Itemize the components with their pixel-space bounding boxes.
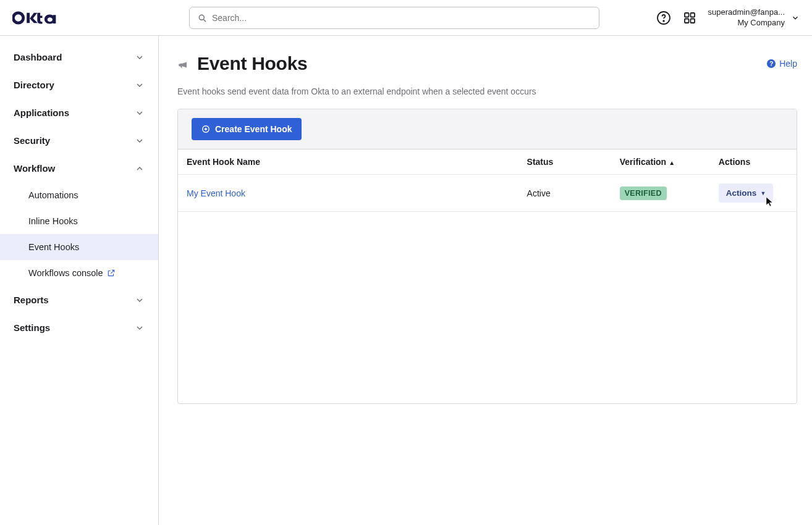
chevron-down-icon: [135, 108, 145, 118]
svg-line-2: [204, 19, 206, 21]
sidebar-item-reports[interactable]: Reports: [0, 286, 158, 314]
sidebar-item-directory[interactable]: Directory: [0, 71, 158, 99]
table-row: My Event Hook Active VERIFIED Actions ▼: [178, 175, 797, 212]
help-badge-icon: ?: [767, 59, 776, 68]
sidebar-label: Dashboard: [14, 52, 62, 62]
sidebar-label: Security: [14, 135, 50, 146]
help-link[interactable]: ? Help: [767, 59, 797, 69]
svg-point-4: [663, 20, 664, 22]
create-event-hook-button[interactable]: Create Event Hook: [192, 118, 302, 140]
panel-spacer: [178, 212, 797, 403]
svg-point-1: [199, 15, 204, 20]
global-search[interactable]: [189, 7, 599, 29]
chevron-down-icon: [135, 295, 145, 305]
col-name[interactable]: Event Hook Name: [178, 149, 518, 175]
app-header: superadmin@fanpa... My Company: [0, 0, 812, 36]
sidebar-sub-label: Automations: [28, 190, 78, 200]
megaphone-icon: [177, 59, 188, 70]
chevron-down-icon: [135, 80, 145, 90]
panel-toolbar: Create Event Hook: [178, 109, 797, 149]
col-verification[interactable]: Verification▲: [611, 149, 710, 175]
sidebar-label: Reports: [14, 295, 49, 305]
page-description: Event hooks send event data from Okta to…: [177, 86, 797, 96]
sidebar-item-workflow[interactable]: Workflow: [0, 154, 158, 182]
sidebar-item-dashboard[interactable]: Dashboard: [0, 43, 158, 71]
svg-point-0: [13, 12, 23, 22]
actions-button-label: Actions: [726, 188, 757, 198]
chevron-down-icon: [135, 323, 145, 333]
sidebar-sub-inline-hooks[interactable]: Inline Hooks: [0, 208, 158, 234]
event-hook-link[interactable]: My Event Hook: [187, 188, 245, 198]
chevron-up-icon: [135, 164, 145, 174]
sidebar-label: Directory: [14, 80, 54, 90]
external-link-icon: [107, 269, 116, 277]
event-hooks-panel: Create Event Hook Event Hook Name Status…: [177, 109, 797, 404]
col-name-label: Event Hook Name: [187, 157, 260, 167]
search-input[interactable]: [212, 13, 591, 23]
sidebar-label: Settings: [14, 322, 50, 333]
sidebar-nav: Dashboard Directory Applications Securit…: [0, 36, 159, 525]
row-actions-button[interactable]: Actions ▼: [719, 183, 773, 203]
sidebar-sub-workflows-console[interactable]: Workflows console: [0, 260, 158, 286]
okta-logo[interactable]: [12, 9, 63, 27]
user-email: superadmin@fanpa...: [708, 7, 785, 17]
chevron-down-icon: [791, 14, 800, 22]
sidebar-label: Workflow: [14, 163, 55, 174]
sort-asc-icon: ▲: [669, 159, 675, 166]
sidebar-item-settings[interactable]: Settings: [0, 314, 158, 342]
main-content: Event Hooks ? Help Event hooks send even…: [159, 36, 812, 525]
svg-rect-7: [685, 19, 689, 23]
svg-rect-6: [690, 13, 695, 17]
chevron-down-icon: [135, 52, 145, 62]
caret-down-icon: ▼: [760, 190, 766, 196]
svg-rect-5: [685, 13, 689, 17]
col-status[interactable]: Status: [518, 149, 611, 175]
sidebar-sub-label: Workflows console: [28, 268, 103, 278]
svg-rect-8: [690, 19, 695, 23]
sidebar-item-security[interactable]: Security: [0, 127, 158, 154]
sidebar-sub-label: Inline Hooks: [28, 216, 78, 226]
col-actions-label: Actions: [719, 157, 750, 167]
status-text: Active: [527, 188, 551, 198]
plus-circle-icon: [201, 125, 210, 133]
col-status-label: Status: [527, 157, 554, 167]
sidebar-sub-label: Event Hooks: [28, 242, 79, 252]
event-hooks-table: Event Hook Name Status Verification▲ Act…: [178, 149, 797, 212]
sidebar-sub-automations[interactable]: Automations: [0, 182, 158, 208]
search-icon: [197, 13, 207, 23]
sidebar-item-applications[interactable]: Applications: [0, 99, 158, 127]
help-icon[interactable]: [656, 10, 671, 25]
col-actions: Actions: [710, 149, 797, 175]
page-title: Event Hooks: [197, 53, 307, 74]
sidebar-label: Applications: [14, 107, 69, 118]
status-badge: VERIFIED: [620, 187, 667, 200]
col-verification-label: Verification: [620, 157, 666, 167]
user-menu[interactable]: superadmin@fanpa... My Company: [708, 7, 800, 28]
chevron-down-icon: [135, 136, 145, 146]
sidebar-sub-event-hooks[interactable]: Event Hooks: [0, 234, 158, 260]
apps-grid-icon[interactable]: [682, 10, 697, 25]
user-org: My Company: [708, 18, 785, 28]
help-label: Help: [779, 59, 797, 69]
create-button-label: Create Event Hook: [215, 124, 292, 134]
